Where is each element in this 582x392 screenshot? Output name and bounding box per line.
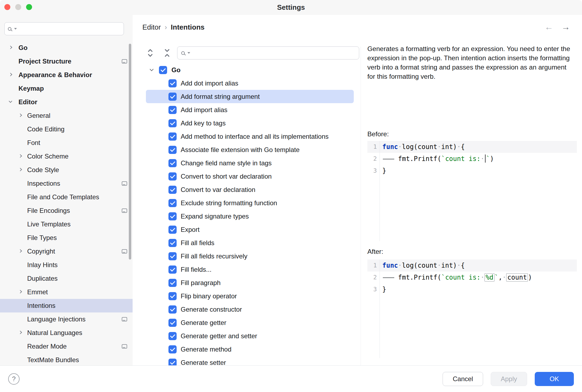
checkbox-checked-icon[interactable] bbox=[168, 279, 177, 287]
checkbox-checked-icon[interactable] bbox=[168, 212, 177, 220]
chevron-right-icon[interactable] bbox=[9, 46, 12, 49]
chevron-down-icon[interactable] bbox=[9, 99, 12, 103]
sidebar-item-general[interactable]: General bbox=[0, 109, 133, 122]
intention-row-associate-file-extension-with-go-template[interactable]: Associate file extension with Go templat… bbox=[139, 143, 361, 156]
help-button[interactable]: ? bbox=[8, 373, 20, 385]
sidebar-item-language-injections[interactable]: Language Injections bbox=[0, 312, 133, 326]
sidebar-item-emmet[interactable]: Emmet bbox=[0, 285, 133, 299]
sidebar-search-box[interactable] bbox=[4, 22, 124, 35]
intention-row-expand-signature-types[interactable]: Expand signature types bbox=[139, 210, 361, 223]
intention-row-add-format-string-argument[interactable]: Add format string argument bbox=[146, 90, 354, 103]
checkbox-checked-icon[interactable] bbox=[168, 159, 177, 167]
checkbox-checked-icon[interactable] bbox=[168, 226, 177, 234]
sidebar-item-project-structure[interactable]: Project Structure bbox=[0, 55, 133, 68]
sidebar-item-color-scheme[interactable]: Color Scheme bbox=[0, 150, 133, 163]
intention-label: Exclude string formatting function bbox=[181, 199, 277, 207]
sidebar-item-live-templates[interactable]: Live Templates bbox=[0, 217, 133, 231]
intention-row-generate-setter[interactable]: Generate setter bbox=[139, 356, 361, 365]
intentions-search-input[interactable] bbox=[193, 49, 355, 57]
intention-row-generate-constructor[interactable]: Generate constructor bbox=[139, 303, 361, 316]
sidebar-item-editor[interactable]: Editor bbox=[0, 95, 133, 109]
intention-row-export[interactable]: Export bbox=[139, 223, 361, 236]
chevron-right-icon[interactable] bbox=[18, 331, 22, 334]
back-arrow-icon[interactable]: ← bbox=[545, 22, 553, 32]
chevron-right-icon[interactable] bbox=[18, 249, 22, 253]
sidebar-item-go[interactable]: Go bbox=[0, 41, 133, 55]
sidebar-item-natural-languages[interactable]: Natural Languages bbox=[0, 326, 133, 340]
checkbox-checked-icon[interactable] bbox=[168, 199, 177, 207]
intention-row-fill-all-fields[interactable]: Fill all fields bbox=[139, 236, 361, 249]
chevron-right-icon[interactable] bbox=[18, 154, 22, 158]
intention-row-convert-to-var-declaration[interactable]: Convert to var declaration bbox=[139, 183, 361, 196]
expand-all-icon[interactable] bbox=[146, 47, 155, 59]
intention-row-change-field-name-style-in-tags[interactable]: Change field name style in tags bbox=[139, 156, 361, 170]
sidebar-item-file-and-code-templates[interactable]: File and Code Templates bbox=[0, 190, 133, 204]
checkbox-checked-icon[interactable] bbox=[168, 186, 177, 194]
sidebar-item-code-style[interactable]: Code Style bbox=[0, 163, 133, 177]
sidebar-item-font[interactable]: Font bbox=[0, 136, 133, 150]
sidebar-item-reader-mode[interactable]: Reader Mode bbox=[0, 340, 133, 353]
intention-row-fill-fields[interactable]: Fill fields... bbox=[139, 263, 361, 276]
intention-row-convert-to-short-var-declaration[interactable]: Convert to short var declaration bbox=[139, 170, 361, 183]
intention-row-add-method-to-interface-and-all-its-implementations[interactable]: Add method to interface and all its impl… bbox=[139, 130, 361, 143]
intention-row-flip-binary-operator[interactable]: Flip binary operator bbox=[139, 289, 361, 303]
cancel-button[interactable]: Cancel bbox=[443, 372, 483, 386]
intention-row-generate-method[interactable]: Generate method bbox=[139, 343, 361, 356]
code-lines: func·log(count·int)·{fmt.Printf(`count i… bbox=[380, 141, 577, 241]
intention-row-fill-paragraph[interactable]: Fill paragraph bbox=[139, 276, 361, 289]
checkbox-checked-icon[interactable] bbox=[168, 332, 177, 340]
intentions-search-box[interactable] bbox=[177, 46, 359, 59]
checkbox-checked-icon[interactable] bbox=[168, 292, 177, 300]
sidebar-item-duplicates[interactable]: Duplicates bbox=[0, 272, 133, 285]
sidebar-item-copyright[interactable]: Copyright bbox=[0, 245, 133, 258]
sidebar-item-intentions[interactable]: Intentions bbox=[0, 299, 133, 312]
ok-button[interactable]: OK bbox=[535, 372, 574, 386]
checkbox-checked-icon[interactable] bbox=[168, 172, 177, 181]
breadcrumb-editor[interactable]: Editor bbox=[142, 23, 161, 31]
chevron-right-icon[interactable] bbox=[18, 290, 22, 293]
intention-row-generate-getter[interactable]: Generate getter bbox=[139, 316, 361, 329]
intention-row-fill-all-fields-recursively[interactable]: Fill all fields recursively bbox=[139, 249, 361, 263]
checkbox-checked-icon[interactable] bbox=[168, 106, 177, 114]
sidebar-item-file-types[interactable]: File Types bbox=[0, 231, 133, 245]
chevron-right-icon[interactable] bbox=[18, 113, 22, 117]
chevron-down-icon[interactable] bbox=[150, 67, 154, 71]
checkbox-checked-icon[interactable] bbox=[168, 319, 177, 327]
checkbox-checked-icon[interactable] bbox=[168, 345, 177, 353]
settings-window: Settings GoProject StructureAppearance &… bbox=[0, 0, 582, 392]
intention-row-add-key-to-tags[interactable]: Add key to tags bbox=[139, 116, 361, 130]
intention-label: Convert to var declaration bbox=[181, 186, 255, 194]
sidebar-item-code-editing[interactable]: Code Editing bbox=[0, 122, 133, 136]
intention-row-add-import-alias[interactable]: Add import alias bbox=[139, 103, 361, 116]
sidebar-search-input[interactable] bbox=[20, 25, 120, 33]
chevron-right-icon[interactable] bbox=[9, 73, 12, 76]
sidebar-item-inlay-hints[interactable]: Inlay Hints bbox=[0, 258, 133, 272]
checkbox-checked-icon[interactable] bbox=[168, 93, 177, 101]
sidebar-scrollbar[interactable] bbox=[129, 44, 131, 260]
sidebar-item-appearance-behavior[interactable]: Appearance & Behavior bbox=[0, 68, 133, 82]
chevron-right-icon[interactable] bbox=[18, 168, 22, 171]
intention-row-add-dot-import-alias[interactable]: Add dot import alias bbox=[139, 77, 361, 90]
breadcrumb-intentions: Intentions bbox=[171, 23, 205, 31]
sidebar-item-keymap[interactable]: Keymap bbox=[0, 82, 133, 95]
checkbox-checked-icon[interactable] bbox=[168, 239, 177, 247]
checkbox-checked-icon[interactable] bbox=[168, 252, 177, 260]
collapse-all-icon[interactable] bbox=[162, 47, 172, 59]
checkbox-checked-icon[interactable] bbox=[159, 66, 167, 74]
checkbox-checked-icon[interactable] bbox=[168, 132, 177, 141]
sidebar-item-textmate-bundles[interactable]: TextMate Bundles bbox=[0, 353, 133, 365]
checkbox-checked-icon[interactable] bbox=[168, 119, 177, 127]
sidebar-item-file-encodings[interactable]: File Encodings bbox=[0, 204, 133, 217]
intention-group-row[interactable]: Go bbox=[139, 63, 361, 77]
checkbox-checked-icon[interactable] bbox=[168, 359, 177, 366]
checkbox-checked-icon[interactable] bbox=[168, 79, 177, 87]
intention-row-exclude-string-formatting-function[interactable]: Exclude string formatting function bbox=[139, 196, 361, 210]
checkbox-checked-icon[interactable] bbox=[168, 305, 177, 314]
checkbox-checked-icon[interactable] bbox=[168, 265, 177, 274]
forward-arrow-icon[interactable]: → bbox=[561, 22, 570, 32]
line-number: 1 bbox=[373, 141, 377, 153]
intention-row-generate-getter-and-setter[interactable]: Generate getter and setter bbox=[139, 329, 361, 343]
sidebar-item-inspections[interactable]: Inspections bbox=[0, 177, 133, 190]
checkbox-checked-icon[interactable] bbox=[168, 146, 177, 154]
apply-button[interactable]: Apply bbox=[491, 372, 527, 386]
